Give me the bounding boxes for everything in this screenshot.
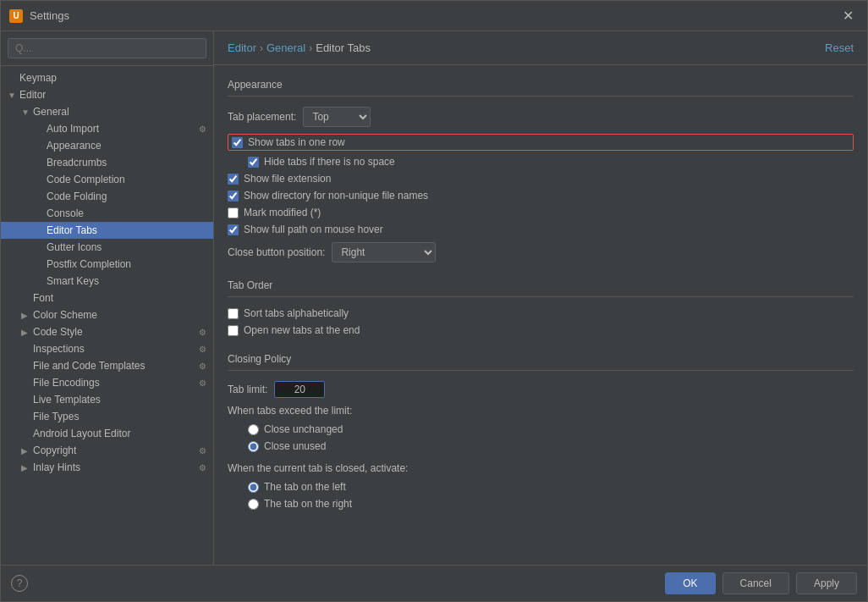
sort-tabs-label[interactable]: Sort tabs alphabetically [244,307,349,319]
close-unchanged-label[interactable]: Close unchanged [264,423,343,435]
sidebar-item-gutter-icons[interactable]: Gutter Icons [1,239,213,256]
sidebar-item-keymap[interactable]: Keymap [1,69,213,86]
sidebar-item-console[interactable]: Console [1,205,213,222]
breadcrumb-editor[interactable]: Editor [228,41,256,54]
sidebar-item-code-style[interactable]: ▶Code Style⚙ [1,323,213,340]
arrow-icon: ▶ [21,328,31,337]
right-panel: Editor › General › Editor Tabs Reset App… [214,31,867,565]
close-unchanged-radio[interactable] [248,424,259,435]
sidebar-item-font[interactable]: Font [1,290,213,307]
breadcrumb-sep-2: › [309,42,312,54]
show-tabs-one-row-checkbox[interactable] [232,137,243,148]
hide-tabs-no-space-checkbox[interactable] [248,157,259,168]
show-file-extension-checkbox[interactable] [228,174,239,185]
sidebar-item-live-templates[interactable]: Live Templates [1,391,213,408]
sidebar-item-label: Console [47,207,84,219]
settings-badge-icon: ⚙ [199,362,206,371]
mark-modified-label[interactable]: Mark modified (*) [244,207,321,218]
hide-tabs-no-space-label[interactable]: Hide tabs if there is no space [264,156,395,168]
sidebar-item-file-types[interactable]: File Types [1,408,213,425]
arrow-icon: ▼ [8,91,18,100]
tab-on-right-row: The tab on the right [228,498,854,510]
sidebar-item-editor-tabs[interactable]: Editor Tabs [1,222,213,239]
breadcrumb-sep-1: › [260,42,263,54]
close-unused-label[interactable]: Close unused [264,440,326,452]
ok-button[interactable]: OK [665,572,715,594]
reset-button[interactable]: Reset [825,41,854,54]
search-box [1,31,213,66]
hide-tabs-no-space-row: Hide tabs if there is no space [228,156,854,168]
open-new-tabs-checkbox[interactable] [228,325,239,336]
sidebar-item-code-folding[interactable]: Code Folding [1,188,213,205]
open-new-tabs-row: Open new tabs at the end [228,324,854,336]
sidebar-item-label: Auto Import [47,123,99,135]
sidebar-item-color-scheme[interactable]: ▶Color Scheme [1,307,213,323]
apply-button[interactable]: Apply [796,572,857,594]
sort-tabs-row: Sort tabs alphabetically [228,307,854,319]
show-file-extension-label[interactable]: Show file extension [244,173,331,185]
close-button-select[interactable]: Right Left Inactive tab right [332,242,436,262]
help-button[interactable]: ? [11,575,28,592]
sidebar-tree: Keymap▼Editor▼GeneralAuto Import⚙Appeara… [1,66,213,565]
show-directory-row: Show directory for non-unique file names [228,190,854,202]
sidebar-item-inspections[interactable]: Inspections⚙ [1,340,213,357]
panel-body: Appearance Tab placement: Top Bottom Lef… [214,65,867,565]
tab-on-left-label[interactable]: The tab on the left [264,481,346,493]
settings-badge-icon: ⚙ [199,328,206,337]
sidebar-item-code-completion[interactable]: Code Completion [1,171,213,188]
close-button[interactable]: ✕ [838,6,859,25]
sidebar-item-inlay-hints[interactable]: ▶Inlay Hints⚙ [1,459,213,476]
settings-badge-icon: ⚙ [199,463,206,472]
show-tabs-one-row-label[interactable]: Show tabs in one row [248,136,345,148]
sidebar-item-appearance[interactable]: Appearance [1,137,213,154]
settings-window: U Settings ✕ Keymap▼Editor▼GeneralAuto I… [0,0,868,602]
settings-badge-icon: ⚙ [199,378,206,388]
appearance-section-title: Appearance [228,79,854,97]
tab-limit-input[interactable] [274,381,325,398]
tab-on-right-radio[interactable] [248,499,259,510]
tab-placement-label: Tab placement: [228,111,296,123]
sidebar-item-general[interactable]: ▼General [1,103,213,120]
settings-badge-icon: ⚙ [199,345,206,354]
sidebar-item-label: Breadcrumbs [47,157,107,168]
search-input[interactable] [8,38,206,58]
tab-on-left-radio[interactable] [248,482,259,493]
sidebar-item-android-layout[interactable]: Android Layout Editor [1,425,213,442]
sidebar-item-file-encodings[interactable]: File Encodings⚙ [1,374,213,391]
closing-policy-section: Closing Policy Tab limit: When tabs exce… [228,353,854,510]
close-unused-radio[interactable] [248,441,259,452]
closing-policy-section-title: Closing Policy [228,353,854,371]
arrow-icon: ▼ [21,108,31,117]
sort-tabs-checkbox[interactable] [228,308,239,319]
tab-placement-select[interactable]: Top Bottom Left Right None [303,107,371,127]
sidebar-item-breadcrumbs[interactable]: Breadcrumbs [1,154,213,171]
sidebar-item-auto-import[interactable]: Auto Import⚙ [1,120,213,137]
mark-modified-checkbox[interactable] [228,207,239,218]
sidebar-item-label: Editor [19,89,46,101]
sidebar-item-label: File Types [33,411,79,423]
tab-on-right-label[interactable]: The tab on the right [264,498,352,510]
show-full-path-label[interactable]: Show full path on mouse hover [244,224,383,235]
show-directory-checkbox[interactable] [228,191,239,202]
sidebar-item-label: Code Completion [47,174,125,185]
sidebar-item-label: Postfix Completion [47,258,131,270]
app-icon: U [9,9,23,23]
show-full-path-row: Show full path on mouse hover [228,224,854,235]
sidebar-item-label: Gutter Icons [47,241,102,253]
sidebar: Keymap▼Editor▼GeneralAuto Import⚙Appeara… [1,31,214,565]
sidebar-item-copyright[interactable]: ▶Copyright⚙ [1,442,213,459]
breadcrumb-general[interactable]: General [266,41,305,54]
close-button-label: Close button position: [228,246,325,258]
sidebar-item-editor[interactable]: ▼Editor [1,86,213,103]
cancel-button[interactable]: Cancel [722,572,789,594]
sidebar-item-label: Appearance [47,140,102,152]
main-content: Keymap▼Editor▼GeneralAuto Import⚙Appeara… [1,31,867,565]
tab-limit-label: Tab limit: [228,384,267,395]
settings-badge-icon: ⚙ [199,124,206,134]
sidebar-item-file-code-templates[interactable]: File and Code Templates⚙ [1,357,213,374]
show-full-path-checkbox[interactable] [228,224,239,235]
open-new-tabs-label[interactable]: Open new tabs at the end [244,324,360,336]
sidebar-item-postfix-completion[interactable]: Postfix Completion [1,256,213,273]
show-directory-label[interactable]: Show directory for non-unique file names [244,190,428,202]
sidebar-item-smart-keys[interactable]: Smart Keys [1,273,213,290]
